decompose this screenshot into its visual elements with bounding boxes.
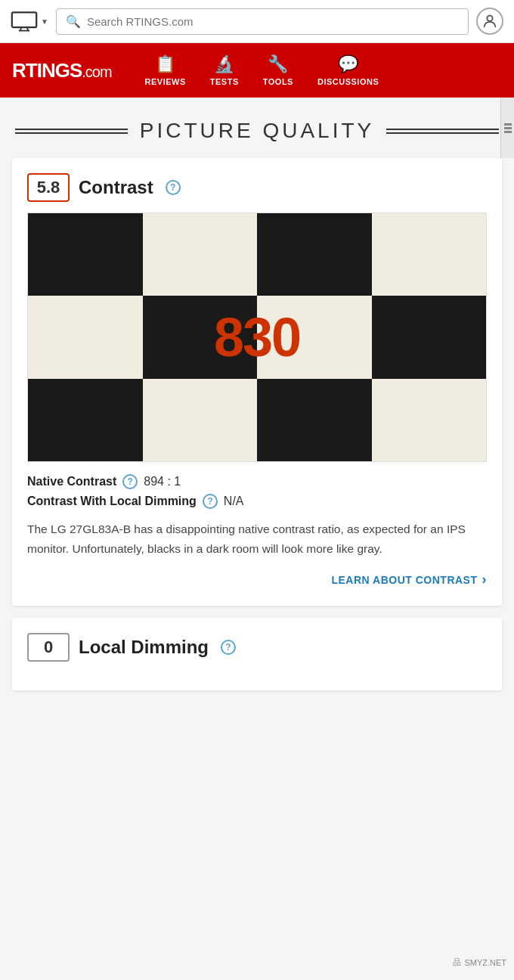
svg-rect-0 xyxy=(12,12,36,27)
native-contrast-row: Native Contrast ? 894 : 1 xyxy=(27,474,487,489)
contrast-help-icon[interactable]: ? xyxy=(166,180,181,195)
contrast-card: 5.8 Contrast ? 83 xyxy=(12,158,502,606)
native-contrast-label: Native Contrast xyxy=(27,475,116,488)
monitor-selector[interactable]: ▼ xyxy=(11,11,48,32)
cb-cell xyxy=(257,213,372,296)
nav-items: 📋 REVIEWS 🔬 TESTS 🔧 TOOLS 💬 DISCUSSIONS xyxy=(135,48,390,92)
title-left-line xyxy=(15,129,128,134)
watermark: 品 SMYZ.NET xyxy=(453,957,506,968)
chevron-right-icon: › xyxy=(482,572,488,588)
local-dimming-help-icon[interactable]: ? xyxy=(221,640,236,655)
user-account-button[interactable] xyxy=(476,8,503,35)
nav-item-tests[interactable]: 🔬 TESTS xyxy=(200,48,249,92)
svg-point-4 xyxy=(487,16,492,21)
cb-cell xyxy=(372,213,487,296)
scrollbar-thumb-top xyxy=(504,123,512,126)
reviews-icon: 📋 xyxy=(155,54,176,74)
native-contrast-value: 894 : 1 xyxy=(144,475,181,488)
local-dimming-score: 0 xyxy=(27,633,70,662)
local-dimming-contrast-label: Contrast With Local Dimming xyxy=(27,495,197,508)
contrast-description: The LG 27GL83A-B has a disappointing nat… xyxy=(27,519,487,558)
cb-cell xyxy=(28,213,143,296)
nav-item-tools[interactable]: 🔧 TOOLS xyxy=(252,48,304,92)
discussions-icon: 💬 xyxy=(338,54,359,74)
learn-about-contrast-link[interactable]: LEARN ABOUT CONTRAST › xyxy=(27,572,487,588)
section-title: PICTURE QUALITY xyxy=(140,119,374,143)
checkerboard-image: 830 xyxy=(27,212,487,462)
contrast-big-number: 830 xyxy=(214,306,300,368)
contrast-title: Contrast xyxy=(79,177,153,198)
top-bar: ▼ 🔍 xyxy=(0,0,514,43)
contrast-score: 5.8 xyxy=(27,173,70,202)
nav-item-discussions[interactable]: 💬 DISCUSSIONS xyxy=(307,48,389,92)
cb-cell xyxy=(257,379,372,461)
cb-cell xyxy=(28,379,143,461)
local-dimming-contrast-row: Contrast With Local Dimming ? N/A xyxy=(27,494,487,509)
search-bar[interactable]: 🔍 xyxy=(56,8,469,35)
local-dimming-header: 0 Local Dimming ? xyxy=(27,633,487,662)
nav-item-reviews[interactable]: 📋 REVIEWS xyxy=(135,48,197,92)
cb-cell xyxy=(143,379,258,461)
cb-cell xyxy=(372,296,487,378)
cb-cell xyxy=(28,296,143,378)
search-input[interactable] xyxy=(87,15,459,28)
search-icon: 🔍 xyxy=(66,14,81,29)
local-dimming-contrast-value: N/A xyxy=(224,495,244,508)
native-contrast-help-icon[interactable]: ? xyxy=(122,474,138,489)
watermark-text: SMYZ.NET xyxy=(464,958,506,967)
monitor-icon xyxy=(11,11,38,32)
local-dimming-card: 0 Local Dimming ? xyxy=(12,618,502,690)
scrollbar-thumb-mid xyxy=(504,127,512,129)
title-right-line xyxy=(386,129,499,134)
chevron-down-icon: ▼ xyxy=(41,17,48,26)
contrast-header: 5.8 Contrast ? xyxy=(27,173,487,202)
tools-icon: 🔧 xyxy=(268,54,289,74)
main-content: 5.8 Contrast ? 83 xyxy=(0,158,514,718)
local-dimming-contrast-help-icon[interactable]: ? xyxy=(203,494,218,509)
main-nav: RTINGS.com 📋 REVIEWS 🔬 TESTS 🔧 TOOLS 💬 D… xyxy=(0,43,514,98)
brand-logo[interactable]: RTINGS.com xyxy=(12,59,112,82)
scrollbar-thumb-bot xyxy=(504,131,512,133)
user-icon xyxy=(481,13,498,29)
scrollbar[interactable] xyxy=(500,98,514,158)
cb-cell xyxy=(143,213,258,296)
watermark-icon: 品 xyxy=(453,957,461,968)
cb-cell xyxy=(372,379,487,461)
local-dimming-title: Local Dimming xyxy=(79,637,209,658)
section-title-area: PICTURE QUALITY xyxy=(0,98,514,158)
tests-icon: 🔬 xyxy=(214,54,235,74)
